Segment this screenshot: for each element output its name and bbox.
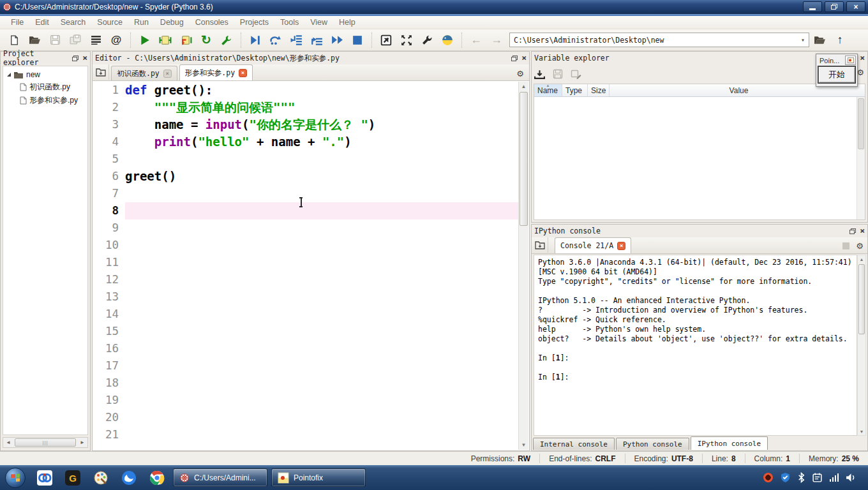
close-icon[interactable]: × (82, 55, 87, 61)
run-cell-button[interactable] (156, 31, 174, 49)
file-switcher-button[interactable] (87, 31, 105, 49)
editor-tab[interactable]: 形参和实参.py× (179, 64, 253, 80)
scroll-down-icon[interactable]: ▼ (519, 440, 528, 450)
start-button[interactable] (5, 468, 26, 488)
step-into-button[interactable] (287, 31, 305, 49)
browse-tabs-button[interactable] (93, 64, 109, 80)
save-data-button[interactable] (553, 69, 563, 79)
step-over-button[interactable] (267, 31, 285, 49)
console-options-gear-icon[interactable]: ⚙ (856, 242, 864, 250)
browse-directory-button[interactable] (811, 31, 828, 49)
run-file-button[interactable] (136, 31, 154, 49)
taskbar-app-icon-3[interactable] (119, 468, 138, 487)
working-directory-combobox[interactable]: C:\Users\Administrator\Desktop\new ▾ (509, 33, 809, 47)
scrollbar-thumb[interactable]: ||| (15, 438, 76, 447)
scroll-right-icon[interactable]: ► (77, 438, 87, 447)
close-icon[interactable]: × (860, 55, 865, 61)
fullscreen-button[interactable] (398, 31, 415, 49)
menu-item-tools[interactable]: Tools (274, 17, 304, 28)
volume-icon[interactable] (846, 473, 857, 482)
variable-explorer-options-gear-icon[interactable]: ⚙ (857, 68, 864, 77)
editor-tab[interactable]: 初识函数.py× (111, 66, 177, 80)
notes-tray-icon[interactable] (812, 472, 823, 483)
recording-tray-icon[interactable] (763, 473, 773, 482)
scroll-up-icon[interactable]: ▲ (858, 255, 865, 263)
project-tree[interactable]: new 初识函数.py形参和实参.py (3, 66, 88, 435)
taskbar-app-icon-2[interactable]: G (63, 468, 82, 487)
project-root-folder[interactable]: new (3, 69, 87, 80)
menu-item-search[interactable]: Search (55, 17, 92, 28)
horizontal-scrollbar[interactable]: ◄ ||| ► (3, 437, 88, 448)
menu-item-edit[interactable]: Edit (29, 17, 55, 28)
variables-table[interactable]: ▲NameTypeSizeValue (534, 84, 865, 220)
parent-directory-button[interactable]: ↑ (831, 31, 849, 49)
save-button[interactable] (46, 31, 64, 49)
bluetooth-icon[interactable] (798, 472, 805, 483)
console-area-tab-ipython-console[interactable]: IPython console (691, 436, 768, 450)
python-path-button[interactable] (438, 31, 456, 49)
browse-tabs-button[interactable] (532, 237, 548, 253)
code-editor[interactable]: 1def greet():2 """显示简单的问候语"""3 name = in… (93, 82, 518, 450)
table-vertical-scrollbar[interactable] (857, 97, 865, 219)
taskbar-chrome-icon[interactable] (147, 468, 167, 487)
close-tab-icon[interactable]: × (239, 69, 247, 77)
console-area-tab-internal-console[interactable]: Internal console (533, 438, 615, 450)
save-all-button[interactable] (66, 31, 84, 49)
menu-item-help[interactable]: Help (333, 17, 361, 28)
editor-vertical-scrollbar[interactable]: ▲ ▼ (518, 82, 528, 450)
column-header-size[interactable]: Size (588, 84, 610, 96)
undock-icon[interactable] (849, 230, 855, 234)
preferences-button[interactable] (418, 31, 436, 49)
taskbar-app-icon-1[interactable] (35, 468, 54, 487)
close-button[interactable]: × (846, 1, 865, 12)
expand-triangle-icon[interactable] (7, 73, 11, 77)
scrollbar-thumb[interactable] (858, 264, 865, 334)
new-file-button[interactable] (5, 31, 23, 49)
scrollbar-thumb[interactable] (858, 98, 864, 149)
menu-item-source[interactable]: Source (91, 17, 128, 28)
close-tab-icon[interactable]: × (617, 242, 625, 250)
symbol-finder-button[interactable]: @ (107, 31, 125, 49)
continue-button[interactable] (328, 31, 346, 49)
scrollbar-thumb[interactable] (520, 92, 528, 226)
close-icon[interactable]: × (860, 228, 865, 234)
menu-item-view[interactable]: View (304, 17, 333, 28)
menu-item-debug[interactable]: Debug (154, 17, 190, 28)
maximize-pane-button[interactable] (377, 31, 395, 49)
network-signal-icon[interactable] (830, 473, 839, 482)
back-button[interactable]: ← (467, 31, 485, 49)
menu-item-consoles[interactable]: Consoles (190, 17, 234, 28)
console-vertical-scrollbar[interactable]: ▲ ▼ (857, 255, 866, 436)
scroll-left-icon[interactable]: ◄ (3, 438, 13, 447)
close-icon[interactable]: × (521, 55, 527, 61)
save-data-as-button[interactable] (571, 69, 581, 79)
undock-icon[interactable] (511, 57, 516, 61)
pointofix-icon[interactable] (845, 56, 856, 65)
column-header-type[interactable]: Type (562, 84, 588, 96)
menu-item-file[interactable]: File (5, 17, 29, 28)
forward-button[interactable]: → (488, 31, 505, 49)
taskbar-pointofix-button[interactable]: Pointofix (271, 468, 366, 487)
open-file-button[interactable] (26, 31, 43, 49)
menu-item-run[interactable]: Run (128, 17, 154, 28)
import-data-button[interactable] (534, 70, 545, 79)
configure-run-button[interactable] (218, 31, 236, 49)
console-output[interactable]: Python 3.6.0 |Anaconda 4.3.1 (64-bit)| (… (534, 255, 857, 436)
rerun-cell-button[interactable]: ↻ (197, 31, 215, 49)
step-return-button[interactable] (308, 31, 326, 49)
project-file[interactable]: 初识函数.py (3, 80, 87, 94)
taskbar-paint-app-icon[interactable] (91, 468, 110, 487)
pointofix-window[interactable]: Poin... 开始 (816, 54, 858, 87)
undock-icon[interactable] (72, 57, 77, 61)
menu-item-projects[interactable]: Projects (234, 17, 274, 28)
restore-button[interactable] (825, 1, 844, 12)
run-cell-advance-button[interactable] (177, 31, 195, 49)
stop-debug-button[interactable] (348, 31, 366, 49)
interrupt-kernel-icon[interactable] (842, 242, 849, 249)
close-tab-icon[interactable]: × (163, 70, 172, 78)
editor-options-gear-icon[interactable]: ⚙ (516, 70, 524, 78)
column-header-name[interactable]: ▲Name (534, 84, 562, 96)
chevron-down-icon[interactable]: ▾ (801, 36, 805, 43)
scroll-up-icon[interactable]: ▲ (519, 82, 528, 91)
taskbar-spyder-window-button[interactable]: C:/Users/Admini... (173, 468, 267, 487)
